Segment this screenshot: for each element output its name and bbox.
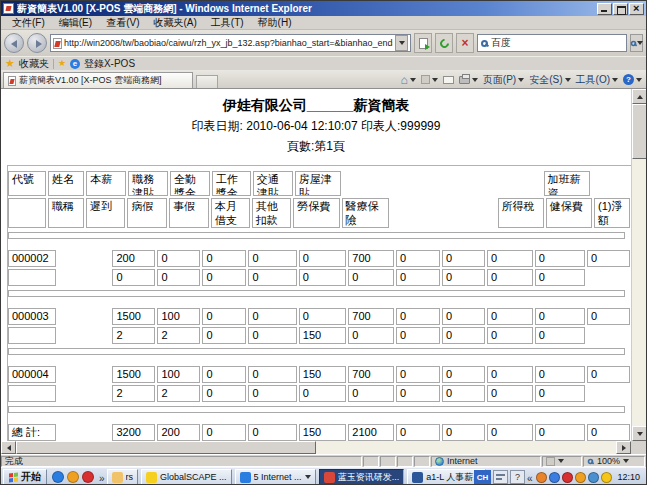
data-cell <box>58 424 111 441</box>
tools-menu-button[interactable]: 工具(O) <box>576 73 618 87</box>
page-view-icon <box>546 457 555 466</box>
go-button[interactable] <box>414 33 432 53</box>
stop-button[interactable]: × <box>456 33 474 53</box>
report-blocks: 0000022000000700000000000000000000003150… <box>8 248 631 441</box>
minimize-button[interactable] <box>597 3 612 15</box>
scroll-left-button[interactable] <box>1 441 16 454</box>
home-button[interactable]: ⌂ <box>401 74 416 86</box>
help-button[interactable]: ? <box>623 74 642 85</box>
taskbar-button-label: GlobalSCAPE ... <box>160 472 227 482</box>
data-cell: 0 <box>202 250 246 267</box>
data-cell <box>58 308 111 325</box>
chevron-down-icon <box>305 475 311 479</box>
restore-button[interactable] <box>613 3 628 15</box>
header-cell: 代號 <box>8 171 46 196</box>
safety-menu-button[interactable]: 安全(S) <box>529 73 570 87</box>
zoom-level: 100% <box>597 456 620 466</box>
ime-icon[interactable] <box>493 470 508 484</box>
ime-help-icon[interactable]: ? <box>510 470 525 484</box>
tray-msn-icon[interactable] <box>549 472 560 483</box>
scroll-right-button[interactable] <box>616 441 631 454</box>
data-cell: 0 <box>442 327 485 344</box>
data-cell: 0 <box>248 250 296 267</box>
horizontal-scroll-thumb[interactable] <box>16 441 316 454</box>
command-bar: ⌂ 页面(P) 安全(S) 工具(O) ? <box>401 71 644 88</box>
tray-messenger-icon[interactable] <box>536 472 547 483</box>
data-cell: 700 <box>348 308 394 325</box>
favorites-button[interactable]: 收藏夹 <box>19 57 49 71</box>
status-text-pane: 完成 <box>1 456 362 467</box>
folder-icon <box>112 472 123 483</box>
separator-strip <box>8 406 625 413</box>
scroll-up-button[interactable] <box>632 89 646 104</box>
read-mail-button[interactable] <box>443 76 454 84</box>
language-indicator[interactable]: CH <box>474 470 491 484</box>
scroll-down-button[interactable] <box>632 426 646 441</box>
tray-folder-icon[interactable] <box>588 472 599 483</box>
windows-logo-icon <box>9 472 18 482</box>
address-input[interactable]: http://win2008/tw/baobiao/caiwu/rzh_yx_j… <box>64 38 393 48</box>
search-box[interactable]: 百度 <box>477 34 627 52</box>
tab-active[interactable]: 薪資簡表V1.00 [X-POS 雲端商務網] <box>3 72 193 88</box>
print-icon <box>459 76 470 84</box>
data-cell: 0 <box>202 385 246 402</box>
qq-mail-quicklaunch-icon[interactable] <box>67 471 79 483</box>
page-menu-button[interactable]: 页面(P) <box>483 73 524 87</box>
menu-item[interactable]: 文件(F) <box>5 16 52 30</box>
tray-qq-icon[interactable] <box>562 472 573 483</box>
data-cell: 0 <box>587 250 630 267</box>
mail-icon <box>443 76 454 84</box>
print-button[interactable] <box>459 76 478 84</box>
refresh-button[interactable] <box>435 33 453 53</box>
tools-menu-label: 工具(O) <box>576 73 610 87</box>
taskbar-button[interactable]: 蓝玉资讯研发... <box>319 469 405 485</box>
back-button[interactable] <box>4 33 24 53</box>
zoom-pane[interactable]: 100% <box>583 456 645 467</box>
address-bar[interactable]: http://win2008/tw/baobiao/caiwu/rzh_yx_j… <box>50 34 411 52</box>
data-cell: 2 <box>112 385 155 402</box>
data-cell <box>58 250 111 267</box>
data-cell: 700 <box>348 366 394 383</box>
vertical-scrollbar[interactable] <box>631 89 646 441</box>
menu-item[interactable]: 工具(T) <box>204 16 251 30</box>
vertical-scroll-thumb[interactable] <box>632 104 646 159</box>
report-table: 代號姓名本薪職務津貼全勤獎金工作獎金交通津貼房屋津貼加班薪資 職稱遲到病假事假本… <box>7 165 631 441</box>
arrow-down-icon <box>637 432 643 436</box>
feeds-button[interactable] <box>421 75 438 84</box>
tray-collapse-chevron[interactable] <box>527 468 533 485</box>
data-cell: 0 <box>396 424 440 441</box>
data-cell: 1500 <box>112 308 155 325</box>
menu-item[interactable]: 编辑(E) <box>52 16 99 30</box>
menu-item[interactable]: 帮助(H) <box>251 16 299 30</box>
search-input[interactable]: 百度 <box>491 36 511 50</box>
close-button[interactable] <box>629 3 644 15</box>
header-cell: 健保費 <box>546 198 592 228</box>
taskbar-button[interactable]: 5 Internet ... <box>235 469 316 485</box>
menu-item[interactable]: 收藏夹(A) <box>146 16 203 30</box>
ie-quicklaunch-icon[interactable] <box>52 471 64 483</box>
header-cell <box>8 198 46 228</box>
address-dropdown-button[interactable] <box>395 35 408 51</box>
qq-quicklaunch-icon[interactable] <box>82 471 94 483</box>
tray-security-icon[interactable] <box>601 472 612 483</box>
tray-download-icon[interactable] <box>575 472 586 483</box>
report-row: 0000000000 <box>8 267 631 286</box>
data-cell: 0 <box>202 366 246 383</box>
page-view-pane[interactable] <box>542 456 582 467</box>
data-cell: 0 <box>202 269 246 286</box>
arrow-left-icon <box>7 445 11 451</box>
search-options-button[interactable] <box>630 34 643 52</box>
start-button[interactable]: 开始 <box>3 469 47 485</box>
taskbar-button[interactable]: rs <box>107 469 139 485</box>
menu-item[interactable]: 查看(V) <box>99 16 146 30</box>
forward-button[interactable] <box>27 33 47 53</box>
data-cell: 0 <box>442 308 485 325</box>
quick-launch-overflow-chevron[interactable] <box>99 468 105 485</box>
add-favorite-icon[interactable]: ★ <box>58 59 66 68</box>
data-cell: 0 <box>396 385 440 402</box>
new-tab-button[interactable] <box>196 75 218 88</box>
taskbar-button-label: rs <box>126 472 134 482</box>
favorite-link[interactable]: 登錄X-POS <box>84 57 135 71</box>
taskbar-button[interactable]: GlobalSCAPE ... <box>141 469 232 485</box>
horizontal-scrollbar[interactable] <box>1 441 646 454</box>
